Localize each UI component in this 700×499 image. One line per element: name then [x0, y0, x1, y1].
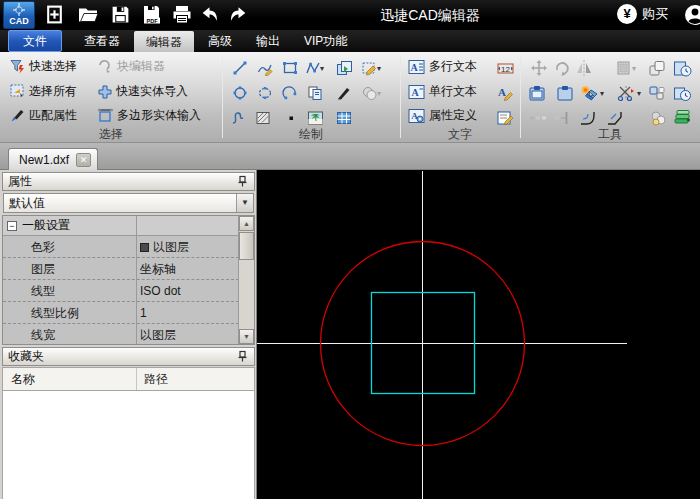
dropdown-arrow-icon[interactable]: ▼: [236, 194, 253, 212]
pin-icon[interactable]: [236, 175, 249, 188]
trim-button[interactable]: [615, 82, 637, 104]
array-button[interactable]: [612, 57, 634, 79]
paste-special-button[interactable]: [554, 82, 576, 104]
save-as-pdf-button[interactable]: PDF: [140, 4, 164, 26]
match-properties-button[interactable]: 匹配属性: [10, 107, 77, 124]
redo-icon: [227, 4, 249, 25]
polyline-icon: [305, 60, 321, 76]
preset-dropdown[interactable]: 默认值 ▼: [3, 193, 254, 213]
multiline-text-button[interactable]: A 多行文本: [408, 58, 477, 75]
redo-button[interactable]: [226, 4, 250, 26]
save-pdf-icon: PDF: [141, 4, 163, 25]
favorites-panel-header: 收藏夹: [2, 347, 255, 366]
column-divider[interactable]: [136, 368, 137, 390]
array-dropdown[interactable]: ▾: [632, 64, 636, 73]
draw-circle-button[interactable]: [229, 82, 251, 104]
favorites-path-column[interactable]: 路径: [144, 368, 168, 390]
scroll-down-button[interactable]: ▼: [239, 329, 254, 344]
grid-scrollbar[interactable]: ▲ ▼: [238, 216, 254, 344]
buy-button[interactable]: ¥ 购买: [617, 4, 668, 24]
print-button[interactable]: [170, 4, 194, 26]
paste-button[interactable]: [526, 82, 548, 104]
singleline-text-button[interactable]: A 单行文本: [408, 83, 477, 100]
explode-button[interactable]: [646, 82, 668, 104]
erase-button[interactable]: [578, 82, 600, 104]
crosshair-logo-icon: [4, 2, 34, 16]
time-save-button[interactable]: [671, 82, 693, 104]
region-dropdown[interactable]: ▾: [377, 89, 381, 98]
app-logo[interactable]: CAD: [3, 1, 35, 29]
property-row-layer[interactable]: 图层 坐标轴: [3, 259, 239, 280]
copy-layer-button[interactable]: [646, 57, 668, 79]
singleline-text-icon: A: [408, 84, 425, 100]
open-button[interactable]: [76, 4, 100, 26]
polyline-dropdown[interactable]: ▾: [320, 64, 324, 73]
account-button[interactable]: [684, 4, 700, 26]
trim-dropdown[interactable]: ▾: [637, 89, 641, 98]
time-restore-button[interactable]: [671, 57, 693, 79]
svg-text:A: A: [410, 61, 418, 72]
new-document-button[interactable]: [42, 4, 66, 26]
property-row-linetype[interactable]: 线型 ISO dot: [3, 281, 239, 302]
copy-object-button[interactable]: [304, 82, 326, 104]
text-group-label: 文字: [400, 126, 520, 141]
text-scale-button[interactable]: 12: [494, 57, 516, 79]
scroll-up-button[interactable]: ▲: [239, 216, 254, 231]
tools-group-label: 工具: [520, 126, 700, 141]
menu-file[interactable]: 文件: [8, 30, 62, 52]
quick-entity-import-button[interactable]: 快速实体导入: [98, 83, 188, 100]
save-button[interactable]: [108, 4, 132, 26]
text-style-button[interactable]: A: [494, 82, 516, 104]
arc-icon: [282, 85, 298, 101]
draw-arc-button[interactable]: [279, 82, 301, 104]
polygon-input-icon: [98, 108, 113, 123]
draw-pen-button[interactable]: [333, 82, 355, 104]
property-row-lineweight[interactable]: 线宽 以图层: [3, 325, 239, 345]
menu-advanced[interactable]: 高级: [196, 30, 244, 52]
menu-vip[interactable]: VIP功能: [292, 30, 359, 52]
rotate-button[interactable]: [551, 57, 573, 79]
close-tab-button[interactable]: ✕: [76, 153, 91, 167]
funnel-icon: [10, 59, 25, 74]
draw-sketch-button[interactable]: [254, 57, 276, 79]
favorites-column-headers: 名称 路径: [2, 367, 255, 391]
document-tab[interactable]: New1.dxf ✕: [8, 148, 98, 170]
menu-output[interactable]: 输出: [244, 30, 292, 52]
table-icon: [336, 110, 352, 126]
move-button[interactable]: [528, 57, 550, 79]
boundary-dropdown[interactable]: ▾: [377, 64, 381, 73]
menu-bar: 文件 查看器 编辑器 高级 输出 VIP功能: [0, 30, 700, 52]
menu-viewer[interactable]: 查看器: [72, 30, 132, 52]
property-row-linetype-scale[interactable]: 线型比例 1: [3, 303, 239, 324]
array-icon: [615, 60, 632, 76]
property-group-row[interactable]: − 一般设置: [3, 216, 239, 236]
select-all-button[interactable]: 选择所有: [10, 83, 77, 100]
tab-strip: New1.dxf ✕: [0, 143, 700, 170]
scroll-thumb[interactable]: [239, 232, 254, 260]
draw-rectangle-button[interactable]: [279, 57, 301, 79]
collapse-icon[interactable]: −: [7, 221, 17, 231]
polygon-entity-input-button[interactable]: 多边形实体输入: [98, 107, 201, 124]
erase-dropdown[interactable]: ▾: [600, 89, 604, 98]
draw-ellipse-button[interactable]: [254, 82, 276, 104]
property-row-color[interactable]: 色彩 以图层: [3, 237, 239, 258]
menu-editor[interactable]: 编辑器: [134, 31, 194, 52]
eraser-icon: [580, 85, 599, 102]
block-editor-button[interactable]: 块编辑器: [98, 58, 165, 75]
insert-block-button[interactable]: [333, 57, 355, 79]
svg-text:PDF: PDF: [147, 18, 159, 24]
pin-icon[interactable]: [236, 350, 249, 363]
favorites-list[interactable]: [2, 391, 255, 499]
line-icon: [232, 60, 248, 76]
rectangle-icon: [282, 60, 298, 76]
drawing-canvas[interactable]: [257, 170, 700, 499]
attribute-definition-button[interactable]: A 属性定义: [408, 107, 477, 124]
draw-line-button[interactable]: [229, 57, 251, 79]
trim-scissors-icon: [617, 85, 636, 102]
quick-select-button[interactable]: 快速选择: [10, 58, 77, 75]
undo-button[interactable]: [198, 4, 222, 26]
favorites-name-column[interactable]: 名称: [11, 368, 35, 390]
title-bar: CAD PDF 迅捷CAD编辑器 ¥ 购买: [0, 0, 700, 30]
mirror-button[interactable]: [573, 57, 595, 79]
new-document-icon: [44, 4, 65, 25]
